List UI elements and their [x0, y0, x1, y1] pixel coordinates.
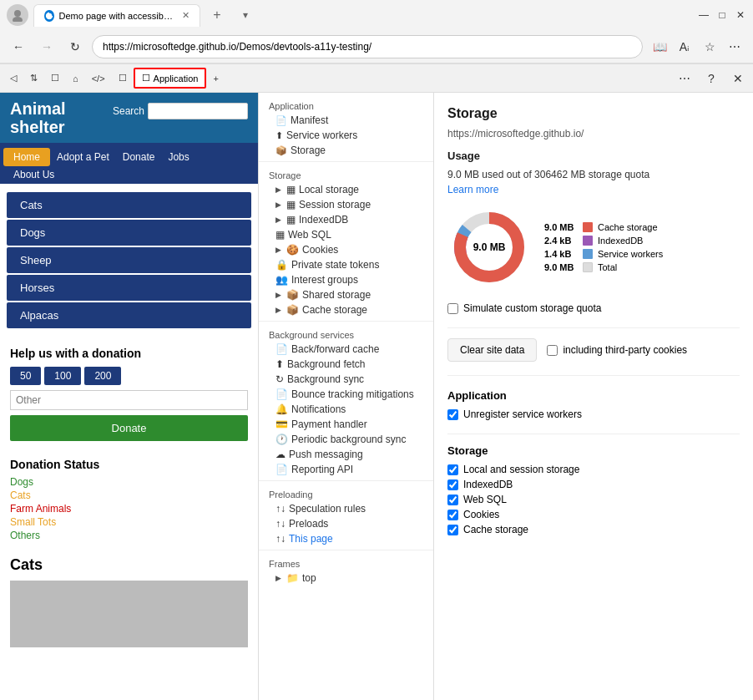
indexeddb-checkbox[interactable] — [447, 479, 458, 490]
tree-private-state[interactable]: 🔒 Private state tokens — [259, 257, 433, 272]
donate-btn[interactable]: Donate — [10, 415, 248, 441]
amount-50[interactable]: 50 — [10, 367, 41, 385]
add-favorites-btn[interactable]: ☆ — [698, 35, 721, 58]
forward-btn[interactable]: → — [35, 35, 58, 58]
tree-cookies[interactable]: ▶ 🍪 Cookies — [259, 242, 433, 257]
tree-periodic-bg-sync[interactable]: 🕐 Periodic background sync — [259, 432, 433, 447]
minimize-btn[interactable]: — — [698, 9, 710, 21]
tree-web-sql[interactable]: ▦ Web SQL — [259, 227, 433, 242]
tree-top-frame[interactable]: ▶ 📁 top — [259, 571, 433, 586]
learn-more-link[interactable]: Learn more — [447, 184, 740, 195]
bg-fetch-icon: ⬆ — [275, 358, 284, 370]
third-party-row: including third-party cookies — [547, 344, 687, 356]
tab-dropdown-btn[interactable]: ▾ — [234, 3, 257, 27]
tree-notifications[interactable]: 🔔 Notifications — [259, 402, 433, 417]
tree-bg-header: Background services — [259, 325, 433, 342]
tree-interest-groups[interactable]: 👥 Interest groups — [259, 272, 433, 287]
devtools-close-btn[interactable]: ✕ — [726, 67, 750, 90]
app-section: Application Unregister service workers — [447, 389, 740, 420]
sidebar-dogs[interactable]: Dogs — [7, 220, 251, 246]
tree-payment[interactable]: 💳 Payment handler — [259, 417, 433, 432]
tree-manifest[interactable]: 📄 Manifest — [259, 113, 433, 128]
cache-storage-checkbox[interactable] — [447, 525, 458, 535]
tree-bg-fetch[interactable]: ⬆ Background fetch — [259, 357, 433, 372]
cookies-storage-checkbox[interactable] — [447, 510, 458, 520]
simulate-checkbox[interactable] — [447, 303, 458, 314]
tree-local-storage[interactable]: ▶ ▦ Local storage — [259, 182, 433, 197]
amount-200[interactable]: 200 — [84, 367, 121, 385]
sidebar-alpacas[interactable]: Alpacas — [7, 302, 251, 328]
devtools-tab-elements[interactable]: ☐ — [44, 68, 66, 89]
sidebar-cats[interactable]: Cats — [7, 192, 251, 218]
devtools-tab-back[interactable]: ◁ — [3, 68, 23, 89]
status-cats: Cats — [10, 489, 248, 501]
profile-avatar[interactable] — [7, 4, 28, 26]
devtools-tab-home[interactable]: ⌂ — [66, 68, 85, 89]
speculation-icon: ↑↓ — [275, 503, 286, 515]
session-storage-icon: ▦ — [286, 199, 296, 211]
tree-service-workers[interactable]: ⬆ Service workers — [259, 128, 433, 143]
tree-storage-app[interactable]: 📦 Storage — [259, 143, 433, 158]
tree-push-messaging[interactable]: ☁ Push messaging — [259, 447, 433, 462]
search-container: Search — [113, 103, 248, 119]
tree-bg-sync[interactable]: ↻ Background sync — [259, 372, 433, 387]
back-btn[interactable]: ← — [7, 35, 30, 58]
address-bar: ← → ↻ 📖 Aᵢ ☆ ⋯ — [0, 30, 753, 63]
devtools-help-btn[interactable]: ? — [700, 67, 723, 90]
tree-session-storage[interactable]: ▶ ▦ Session storage — [259, 197, 433, 212]
nav-home[interactable]: Home — [3, 148, 50, 166]
unregister-row: Unregister service workers — [447, 408, 740, 420]
top-frame-icon: 📁 — [286, 572, 299, 584]
storage-app-icon: 📦 — [275, 145, 287, 156]
nav-donate[interactable]: Donate — [116, 148, 162, 166]
service-workers-icon: ⬆ — [275, 130, 283, 141]
tree-preloads[interactable]: ↑↓ Preloads — [259, 516, 433, 531]
new-tab-btn[interactable]: + — [205, 3, 229, 27]
devtools-tab-arrows[interactable]: ⇅ — [23, 68, 44, 89]
tree-indexeddb[interactable]: ▶ ▦ IndexedDB — [259, 212, 433, 227]
tab-close-btn[interactable]: ✕ — [182, 10, 190, 21]
search-label: Search — [113, 105, 144, 117]
devtools-tab-sources[interactable]: </> — [85, 68, 112, 89]
tree-this-page[interactable]: ↑↓ This page — [259, 531, 433, 546]
usage-text: 9.0 MB used out of 306462 MB storage quo… — [447, 169, 740, 180]
status-small: Small Tots — [10, 516, 248, 528]
local-session-checkbox[interactable] — [447, 464, 458, 475]
expand-shared: ▶ — [275, 291, 281, 299]
address-input[interactable] — [92, 35, 643, 58]
devtools-more-btn[interactable]: ⋯ — [673, 67, 696, 90]
maximize-btn[interactable]: □ — [716, 9, 728, 21]
unregister-checkbox[interactable] — [447, 409, 458, 420]
close-window-btn[interactable]: ✕ — [735, 9, 746, 21]
more-btn[interactable]: ⋯ — [723, 35, 746, 58]
sidebar-horses[interactable]: Horses — [7, 275, 251, 301]
other-amount-input[interactable] — [10, 390, 248, 410]
devtools-tab-add[interactable]: + — [206, 68, 225, 89]
read-mode-btn[interactable]: 📖 — [648, 35, 671, 58]
nav-about[interactable]: About Us — [3, 167, 64, 182]
immersive-reader-btn[interactable]: Aᵢ — [673, 35, 696, 58]
title-line2: shelter — [10, 118, 66, 136]
search-input[interactable] — [148, 103, 248, 119]
third-party-checkbox[interactable] — [547, 345, 558, 356]
active-tab[interactable]: Demo page with accessibility iss... ✕ — [33, 4, 200, 27]
devtools-tab-network[interactable]: ☐ — [112, 68, 134, 89]
sidebar-sheep[interactable]: Sheep — [7, 247, 251, 273]
tree-cache-storage[interactable]: ▶ 📦 Cache storage — [259, 302, 433, 317]
cookies-icon: 🍪 — [286, 244, 299, 256]
web-sql-checkbox[interactable] — [447, 495, 458, 505]
tree-bounce[interactable]: 📄 Bounce tracking mitigations — [259, 387, 433, 402]
clear-site-data-btn[interactable]: Clear site data — [447, 338, 537, 362]
tree-shared-storage[interactable]: ▶ 📦 Shared storage — [259, 287, 433, 302]
tree-speculation[interactable]: ↑↓ Speculation rules — [259, 501, 433, 516]
reload-btn[interactable]: ↻ — [63, 35, 87, 58]
devtools-tab-application[interactable]: ☐ Application — [134, 68, 207, 89]
app-tab-icon: ☐ — [142, 73, 150, 84]
nav-jobs[interactable]: Jobs — [161, 148, 195, 166]
tree-reporting-api[interactable]: 📄 Reporting API — [259, 462, 433, 477]
svg-point-1 — [13, 17, 23, 22]
tree-back-forward[interactable]: 📄 Back/forward cache — [259, 342, 433, 357]
title-bar: Demo page with accessibility iss... ✕ + … — [0, 0, 753, 30]
amount-100[interactable]: 100 — [44, 367, 81, 385]
nav-adopt[interactable]: Adopt a Pet — [50, 148, 116, 166]
